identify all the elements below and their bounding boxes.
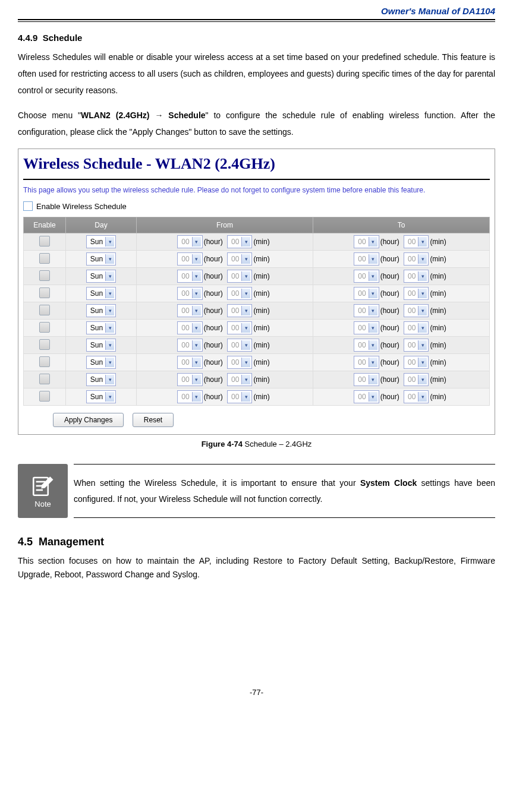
table-row: Sun▾00▾(hour) 00▾(min)00▾(hour) 00▾(min)	[24, 268, 490, 285]
time-select[interactable]: 00▾	[227, 235, 252, 248]
time-select[interactable]: 00▾	[404, 287, 429, 300]
day-select[interactable]: Sun▾	[86, 235, 116, 248]
note-icon: Note	[18, 464, 68, 518]
time-select[interactable]: 00▾	[404, 235, 429, 248]
day-select[interactable]: Sun▾	[86, 373, 116, 386]
day-select[interactable]: Sun▾	[86, 390, 116, 403]
day-select[interactable]: Sun▾	[86, 321, 116, 334]
row-enable-checkbox[interactable]	[39, 253, 50, 264]
header-rule-thick	[18, 19, 495, 20]
min-unit: (min)	[429, 341, 448, 349]
row-enable-checkbox[interactable]	[39, 305, 50, 315]
row-enable-checkbox[interactable]	[39, 322, 50, 333]
apply-changes-button[interactable]: Apply Changes	[53, 413, 124, 427]
row-enable-checkbox[interactable]	[39, 374, 50, 384]
time-select[interactable]: 00▾	[227, 252, 252, 266]
time-select[interactable]: 00▾	[227, 304, 252, 317]
time-select[interactable]: 00▾	[177, 235, 202, 248]
time-select[interactable]: 00▾	[227, 287, 252, 300]
day-select[interactable]: Sun▾	[86, 339, 116, 352]
hour-unit: (hour)	[203, 307, 225, 315]
chevron-down-icon: ▾	[192, 237, 201, 247]
table-row: Sun▾00▾(hour) 00▾(min)00▾(hour) 00▾(min)	[24, 354, 490, 371]
row-enable-checkbox[interactable]	[39, 339, 50, 350]
day-select[interactable]: Sun▾	[86, 304, 116, 317]
time-select[interactable]: 00▾	[177, 339, 202, 352]
time-select[interactable]: 00▾	[404, 252, 429, 266]
day-select[interactable]: Sun▾	[86, 252, 116, 266]
time-select[interactable]: 00▾	[227, 390, 252, 403]
row-enable-checkbox[interactable]	[39, 391, 50, 402]
day-select[interactable]: Sun▾	[86, 287, 116, 300]
chevron-down-icon: ▾	[241, 237, 250, 247]
time-select[interactable]: 00▾	[227, 373, 252, 386]
min-unit: (min)	[429, 307, 448, 315]
chevron-down-icon: ▾	[105, 271, 114, 281]
section-45-para: This section focuses on how to maintain …	[18, 554, 495, 581]
row-enable-checkbox[interactable]	[39, 270, 50, 281]
hour-unit: (hour)	[203, 375, 225, 384]
time-select[interactable]: 00▾	[227, 270, 252, 283]
day-select[interactable]: Sun▾	[86, 356, 116, 369]
time-select[interactable]: 00▾	[404, 339, 429, 352]
time-select[interactable]: 00▾	[354, 390, 379, 403]
time-select[interactable]: 00▾	[177, 390, 202, 403]
time-select[interactable]: 00▾	[404, 356, 429, 369]
table-row: Sun▾00▾(hour) 00▾(min)00▾(hour) 00▾(min)	[24, 320, 490, 337]
time-select[interactable]: 00▾	[177, 252, 202, 266]
chevron-down-icon: ▾	[192, 392, 201, 402]
time-select[interactable]: 00▾	[354, 235, 379, 248]
time-select[interactable]: 00▾	[354, 373, 379, 386]
chevron-down-icon: ▾	[105, 323, 114, 333]
header-rule-thin	[18, 21, 495, 22]
min-unit: (min)	[252, 375, 272, 384]
time-select[interactable]: 00▾	[354, 270, 379, 283]
min-unit: (min)	[252, 358, 272, 366]
col-day: Day	[66, 217, 137, 233]
hour-unit: (hour)	[379, 307, 402, 315]
chevron-down-icon: ▾	[192, 323, 201, 333]
time-select[interactable]: 00▾	[354, 339, 379, 352]
time-select[interactable]: 00▾	[354, 287, 379, 300]
chevron-down-icon: ▾	[369, 375, 377, 384]
chevron-down-icon: ▾	[369, 306, 377, 315]
row-enable-checkbox[interactable]	[39, 236, 50, 247]
time-select[interactable]: 00▾	[404, 390, 429, 403]
enable-schedule-checkbox[interactable]	[23, 201, 33, 211]
time-select[interactable]: 00▾	[404, 270, 429, 283]
time-select[interactable]: 00▾	[177, 373, 202, 386]
time-select[interactable]: 00▾	[404, 373, 429, 386]
chevron-down-icon: ▾	[418, 254, 427, 264]
time-select[interactable]: 00▾	[227, 321, 252, 334]
time-select[interactable]: 00▾	[404, 304, 429, 317]
hour-unit: (hour)	[379, 375, 402, 384]
section-45-heading: 4.5 Management	[18, 536, 495, 548]
table-row: Sun▾00▾(hour) 00▾(min)00▾(hour) 00▾(min)	[24, 337, 490, 354]
time-select[interactable]: 00▾	[354, 356, 379, 369]
time-select[interactable]: 00▾	[354, 321, 379, 334]
time-select[interactable]: 00▾	[354, 304, 379, 317]
chevron-down-icon: ▾	[105, 375, 114, 384]
time-select[interactable]: 00▾	[177, 270, 202, 283]
time-select[interactable]: 00▾	[177, 356, 202, 369]
table-row: Sun▾00▾(hour) 00▾(min)00▾(hour) 00▾(min)	[24, 371, 490, 388]
time-select[interactable]: 00▾	[177, 287, 202, 300]
time-select[interactable]: 00▾	[227, 339, 252, 352]
time-select[interactable]: 00▾	[354, 252, 379, 266]
day-select[interactable]: Sun▾	[86, 270, 116, 283]
enable-schedule-row[interactable]: Enable Wireless Schedule	[23, 201, 490, 211]
row-enable-checkbox[interactable]	[39, 287, 50, 298]
chevron-down-icon: ▾	[369, 289, 377, 298]
section-title: Schedule	[43, 33, 83, 43]
page-header: Owner's Manual of DA1104	[18, 6, 495, 19]
time-select[interactable]: 00▾	[177, 304, 202, 317]
time-select[interactable]: 00▾	[404, 321, 429, 334]
row-enable-checkbox[interactable]	[39, 356, 50, 367]
time-select[interactable]: 00▾	[177, 321, 202, 334]
hour-unit: (hour)	[379, 393, 402, 401]
hour-unit: (hour)	[203, 289, 225, 298]
reset-button[interactable]: Reset	[133, 413, 174, 427]
caption-bold: Figure 4-74	[202, 440, 243, 448]
caption-rest: Schedule – 2.4GHz	[243, 440, 311, 448]
time-select[interactable]: 00▾	[227, 356, 252, 369]
